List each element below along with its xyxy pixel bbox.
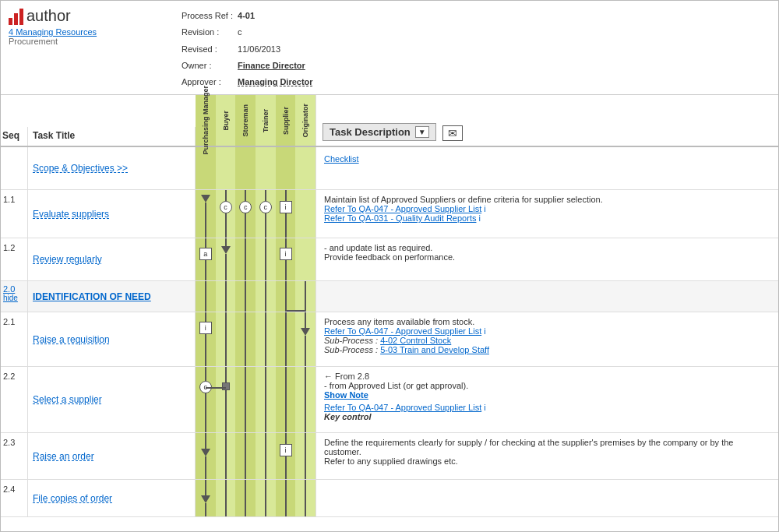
seq-2-4: 2.4	[1, 480, 28, 516]
square-a-icon: a	[199, 248, 212, 260]
title-2-2[interactable]: Select a supplier	[28, 367, 196, 432]
task-title-header: Task Title	[28, 127, 196, 146]
row-1-2: 1.2 Review regularly a	[1, 238, 778, 281]
lane-header-1: Buyer	[216, 95, 236, 146]
small-square-icon	[222, 382, 230, 390]
title-2-0[interactable]: IDENTIFICATION OF NEED	[28, 281, 196, 312]
approver-value: Managing Director	[234, 75, 313, 90]
revised-label: Revised :	[182, 42, 233, 57]
seq-header: Seq	[1, 127, 28, 146]
checklist-link[interactable]: Checklist	[324, 154, 359, 164]
scope-desc: Checklist	[316, 147, 778, 189]
square-i2-icon: i	[280, 248, 292, 260]
title-1-1[interactable]: Evaluate suppliers	[28, 190, 196, 238]
lanes-2-4	[196, 480, 316, 516]
lanes-2-2: c	[196, 367, 316, 432]
logo-text: author	[26, 7, 71, 25]
lanes-2-0	[196, 281, 316, 312]
desc-2-4	[316, 480, 778, 516]
lane-header-4: Supplier	[276, 95, 296, 146]
row-2-2: 2.2 Select a supplier c	[1, 367, 778, 433]
scope-lanes	[196, 147, 316, 189]
square-i3-icon: i	[199, 322, 212, 334]
desc-1-1: Maintain list of Approved Suppliers or d…	[316, 190, 778, 238]
square-i-icon: i	[280, 201, 292, 213]
row-1-1: 1.1 Evaluate suppliers c	[1, 190, 778, 238]
seq-2-0[interactable]: 2.0 hide	[1, 281, 28, 312]
process-info: Process Ref : 4-01 Revision : c Revised …	[180, 7, 315, 91]
row-2-4: 2.4 File copies of order	[1, 480, 778, 517]
lanes-2-1: i	[196, 312, 316, 366]
triangle2-icon	[221, 246, 231, 254]
seq-2-2: 2.2	[1, 367, 28, 432]
desc-2-3: Define the requirements clearly for supp…	[316, 433, 778, 479]
seq-2-1: 2.1	[1, 312, 28, 366]
owner-value: Finance Director	[234, 58, 313, 73]
lane-header-5: Originator	[295, 95, 315, 146]
row-2-3: 2.3 Raise an order	[1, 433, 778, 480]
triangle3-icon	[301, 328, 310, 336]
show-note-link[interactable]: Show Note	[324, 390, 368, 400]
revised-value: 11/06/2013	[234, 42, 313, 57]
scope-row: Scope & Objectives >> Checklist	[1, 147, 778, 190]
square-i4-icon: i	[280, 444, 292, 456]
desc-1-2: - and update list as required. Provide f…	[316, 238, 778, 280]
title-2-3[interactable]: Raise an order	[28, 433, 196, 479]
process-ref-label: Process Ref :	[182, 9, 233, 23]
owner-label: Owner :	[182, 58, 233, 73]
seq-1-2: 1.2	[1, 238, 28, 280]
seq-1-1: 1.1	[1, 190, 28, 238]
title-2-1[interactable]: Raise a requisition	[28, 312, 196, 366]
desc-2-2: ← From 2.8 - from Approved List (or get …	[316, 367, 778, 432]
scope-seq	[1, 147, 28, 189]
desc-2-1: Process any items available from stock. …	[316, 312, 778, 366]
triangle4-icon	[201, 449, 210, 456]
email-icon[interactable]: ✉	[442, 125, 463, 141]
process-ref-value: 4-01	[234, 9, 313, 23]
lane-header-0: Purchasing Manager	[196, 95, 216, 146]
seq-2-3: 2.3	[1, 433, 28, 479]
task-desc-area: Task Description ▼ ✉	[316, 120, 778, 146]
triangle5-icon	[201, 495, 210, 503]
scope-title[interactable]: Scope & Objectives >>	[28, 147, 196, 189]
row-2-1: 2.1 Raise a requisition i	[1, 312, 778, 367]
column-headers: Seq Task Title Purchasing Manager Buyer …	[1, 95, 778, 147]
lanes-1-2: a	[196, 238, 316, 280]
revision-value: c	[234, 25, 313, 40]
lane-header-2: Storeman	[235, 95, 256, 146]
lane-header-3: Trainer	[256, 95, 276, 146]
desc-2-0	[316, 281, 778, 312]
lanes-1-1: c c c i	[196, 190, 316, 238]
triangle-icon	[201, 195, 210, 203]
main-content: Scope & Objectives >> Checklist 1.1 Eval…	[1, 147, 778, 531]
task-desc-dropdown[interactable]: Task Description ▼	[323, 123, 436, 141]
circle-c2-icon: c	[239, 201, 252, 213]
lane-headers: Purchasing Manager Buyer Storeman Traine…	[196, 95, 316, 146]
lanes-2-3: i	[196, 433, 316, 479]
nav-link[interactable]: 4 Managing Resources	[9, 27, 180, 37]
logo: author	[9, 7, 180, 25]
row-2-0: 2.0 hide IDENTIFICATION OF NEED	[1, 281, 778, 312]
title-2-4[interactable]: File copies of order	[28, 480, 196, 516]
circle-c3-icon: c	[259, 201, 272, 213]
revision-label: Revision :	[182, 25, 233, 40]
title-1-2[interactable]: Review regularly	[28, 238, 196, 280]
circle-c-icon: c	[220, 201, 232, 213]
logo-area: author 4 Managing Resources Procurement	[9, 7, 180, 46]
logo-icon	[9, 8, 23, 25]
nav-sub: Procurement	[9, 37, 180, 46]
dropdown-arrow-icon: ▼	[415, 126, 429, 138]
